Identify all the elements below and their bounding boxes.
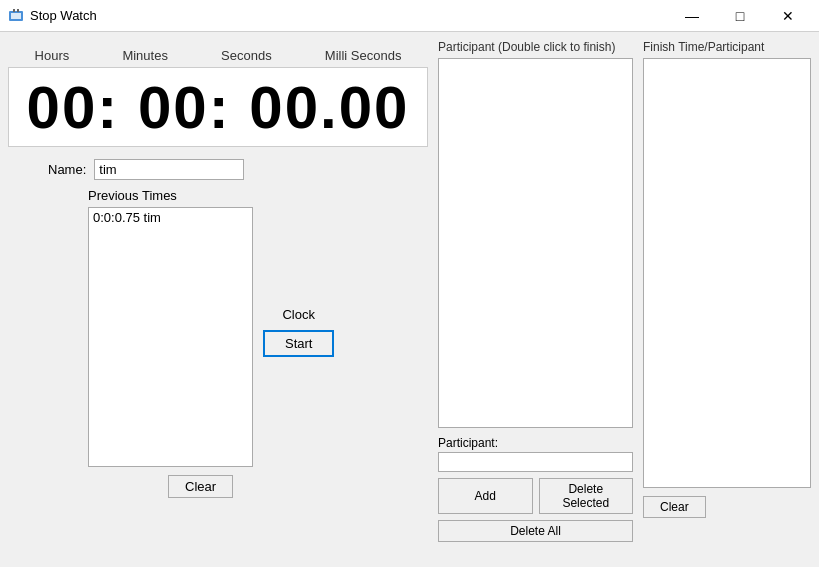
- maximize-button[interactable]: □: [717, 0, 763, 32]
- participant-input[interactable]: [438, 452, 633, 472]
- right-panel: Finish Time/Participant Clear: [643, 40, 811, 559]
- delete-selected-button[interactable]: Delete Selected: [539, 478, 634, 514]
- add-button[interactable]: Add: [438, 478, 533, 514]
- prev-times-row: 0:0:0.75 tim Clear Clock Start: [8, 207, 428, 498]
- clock-label: Clock: [282, 307, 315, 322]
- minimize-button[interactable]: —: [669, 0, 715, 32]
- name-input[interactable]: [94, 159, 244, 180]
- svg-rect-1: [11, 13, 21, 19]
- clock-section: Clock Start: [263, 207, 334, 357]
- hours-label: Hours: [35, 48, 70, 63]
- previous-times-box[interactable]: 0:0:0.75 tim: [88, 207, 253, 467]
- minutes-label: Minutes: [122, 48, 168, 63]
- main-content: Hours Minutes Seconds Milli Seconds 00: …: [0, 32, 819, 567]
- name-label: Name:: [48, 162, 86, 177]
- timer-labels: Hours Minutes Seconds Milli Seconds: [8, 40, 428, 67]
- left-panel: Hours Minutes Seconds Milli Seconds 00: …: [8, 40, 428, 559]
- close-button[interactable]: ✕: [765, 0, 811, 32]
- left-bottom-area: 0:0:0.75 tim Clear: [88, 207, 253, 498]
- previous-times-label: Previous Times: [8, 188, 428, 203]
- svg-rect-2: [13, 9, 15, 12]
- delete-all-button[interactable]: Delete All: [438, 520, 633, 542]
- participant-list[interactable]: [438, 58, 633, 428]
- app-icon: [8, 8, 24, 24]
- svg-rect-3: [17, 9, 19, 12]
- clear-button-left[interactable]: Clear: [168, 475, 233, 498]
- timer-display: 00: 00: 00.00: [8, 67, 428, 147]
- participant-label-top: Participant (Double click to finish): [438, 40, 633, 54]
- app-title: Stop Watch: [30, 8, 97, 23]
- title-bar-left: Stop Watch: [8, 8, 97, 24]
- finish-time-list[interactable]: [643, 58, 811, 488]
- seconds-label: Seconds: [221, 48, 272, 63]
- participant-input-label: Participant:: [438, 436, 633, 450]
- list-item: 0:0:0.75 tim: [93, 210, 248, 225]
- title-bar-controls: — □ ✕: [669, 0, 811, 32]
- name-row: Name:: [8, 159, 428, 180]
- start-button[interactable]: Start: [263, 330, 334, 357]
- participant-buttons: Add Delete Selected: [438, 478, 633, 514]
- clear-button-right[interactable]: Clear: [643, 496, 706, 518]
- milliseconds-label: Milli Seconds: [325, 48, 402, 63]
- timer-value: 00: 00: 00.00: [27, 73, 410, 142]
- finish-time-label-top: Finish Time/Participant: [643, 40, 811, 54]
- title-bar: Stop Watch — □ ✕: [0, 0, 819, 32]
- middle-panel: Participant (Double click to finish) Par…: [438, 40, 633, 559]
